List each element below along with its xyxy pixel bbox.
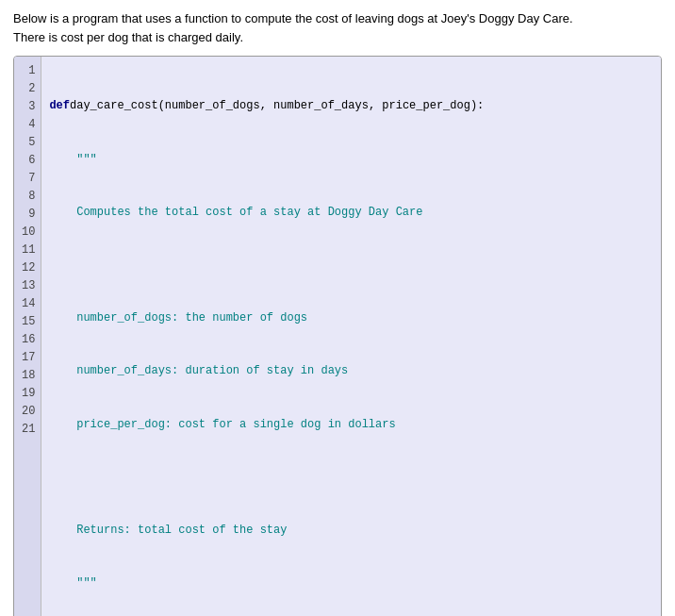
- line-number-column: 1 2 3 4 5 6 7 8 9 10 11 12 13 14 15 16 1…: [14, 57, 41, 616]
- code-line-7: price_per_dog: cost for a single dog in …: [49, 415, 653, 433]
- code-line-10: """: [49, 574, 653, 592]
- code-line-1: def day_care_cost(number_of_dogs, number…: [49, 97, 653, 115]
- code-line-5: number_of_dogs: the number of dogs: [49, 309, 653, 327]
- code-line-8: [49, 469, 653, 487]
- intro-paragraph: Below is a program that uses a function …: [13, 9, 662, 46]
- code-content: def day_care_cost(number_of_dogs, number…: [41, 57, 661, 616]
- intro-line1: Below is a program that uses a function …: [13, 11, 573, 25]
- code-line-4: [49, 257, 653, 275]
- code-line-9: Returns: total cost of the stay: [49, 522, 653, 540]
- code-line-2: """: [49, 150, 653, 168]
- code-line-3: Computes the total cost of a stay at Dog…: [49, 204, 653, 222]
- code-block: 1 2 3 4 5 6 7 8 9 10 11 12 13 14 15 16 1…: [13, 56, 662, 616]
- code-line-6: number_of_days: duration of stay in days: [49, 362, 653, 380]
- intro-line2: There is cost per dog that is charged da…: [13, 30, 243, 44]
